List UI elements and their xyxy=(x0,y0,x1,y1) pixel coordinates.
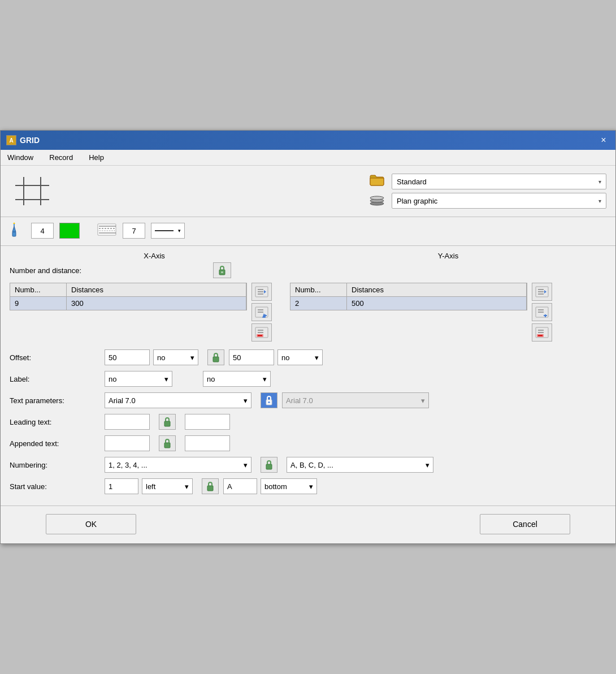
numbering-x-select[interactable]: 1, 2, 3, 4, ... ▾ xyxy=(105,457,251,473)
menu-window[interactable]: Window xyxy=(5,152,36,163)
x-col-number-header: Numb... xyxy=(10,283,67,296)
x-row-distance: 300 xyxy=(67,297,246,310)
offset-x-input[interactable] xyxy=(105,349,150,365)
layer-dropdown[interactable]: Plan graphic ▾ xyxy=(392,193,606,209)
label-y-select[interactable]: no ▾ xyxy=(203,371,271,387)
start-value-y-position: bottom xyxy=(264,482,287,491)
label-row: Label: no ▾ no ▾ xyxy=(10,371,606,387)
text-params-y-value: Arial 7.0 xyxy=(286,396,313,405)
y-table-row[interactable]: 2 500 xyxy=(290,297,527,310)
offset-y-select[interactable]: no ▾ xyxy=(277,349,323,365)
offset-y-input[interactable] xyxy=(229,349,274,365)
y-import-button[interactable] xyxy=(532,283,552,301)
layer-row: Plan graphic ▾ xyxy=(369,193,606,209)
label-x-value: no xyxy=(109,375,116,383)
number-distance-row: Number and distance: xyxy=(10,262,606,278)
numbering-y-value: A, B, C, D, ... xyxy=(290,461,333,469)
text-params-x-select[interactable]: Arial 7.0 ▾ xyxy=(105,392,251,408)
leading-text-x-input[interactable] xyxy=(105,414,150,430)
svg-rect-51 xyxy=(268,401,270,403)
start-value-lock-button[interactable] xyxy=(202,478,219,494)
appended-text-y-input[interactable] xyxy=(185,435,230,451)
main-window: A GRID × Window Record Help xyxy=(0,130,616,544)
svg-rect-49 xyxy=(213,357,219,362)
x-add-row-button[interactable] xyxy=(251,303,272,321)
main-content: X-Axis Y-Axis Number and distance: Numb.… xyxy=(1,246,615,500)
label-x-group: no ▾ xyxy=(105,371,172,387)
svg-rect-7 xyxy=(12,232,16,236)
x-import-button[interactable] xyxy=(251,283,272,301)
offset-x-select[interactable]: no ▾ xyxy=(153,349,198,365)
leading-text-label: Leading text: xyxy=(10,418,100,426)
pen-color-swatch[interactable] xyxy=(59,223,80,239)
start-value-x-group: left ▾ xyxy=(105,478,193,494)
title-bar: A GRID × xyxy=(1,131,615,150)
menu-help[interactable]: Help xyxy=(86,152,106,163)
menu-record[interactable]: Record xyxy=(47,152,75,163)
toolbar-dropdowns: Standard ▾ Plan graphic ▾ xyxy=(369,174,606,209)
template-dropdown[interactable]: Standard ▾ xyxy=(392,174,606,189)
svg-rect-53 xyxy=(164,443,170,448)
offset-lock-button[interactable] xyxy=(207,349,224,365)
y-col-distances-header: Distances xyxy=(347,283,527,296)
start-value-x-input[interactable] xyxy=(105,478,138,494)
text-params-x-value: Arial 7.0 xyxy=(109,396,136,405)
offset-y-group: no ▾ xyxy=(229,349,323,365)
line-weight-number-box[interactable]: 7 xyxy=(123,223,145,239)
y-row-number: 2 xyxy=(290,297,347,310)
pen-number-box[interactable]: 4 xyxy=(31,223,54,239)
offset-y-value: no xyxy=(281,353,289,362)
y-add-row-button[interactable] xyxy=(532,303,552,321)
text-params-lock-button[interactable] xyxy=(261,392,277,408)
grid-preview-icon xyxy=(10,171,55,211)
ok-button[interactable]: OK xyxy=(46,514,136,534)
nd-lock-button[interactable] xyxy=(213,262,231,278)
offset-label: Offset: xyxy=(10,353,100,362)
start-value-y-position-select[interactable]: bottom ▾ xyxy=(261,478,317,494)
y-delete-row-button[interactable] xyxy=(532,323,552,342)
x-table-row[interactable]: 9 300 xyxy=(10,297,246,310)
label-x-select[interactable]: no ▾ xyxy=(105,371,172,387)
line-weight-number: 7 xyxy=(132,227,136,235)
text-parameters-row: Text parameters: Arial 7.0 ▾ xyxy=(10,392,606,408)
leading-text-lock-button[interactable] xyxy=(159,414,176,430)
text-params-label: Text parameters: xyxy=(10,396,100,405)
layers-icon xyxy=(369,193,385,208)
appended-text-lock-button[interactable] xyxy=(159,435,176,451)
line-style-dropdown[interactable]: ▾ xyxy=(151,223,185,239)
leading-text-y-input[interactable] xyxy=(185,414,230,430)
svg-rect-55 xyxy=(207,486,213,491)
pen-number: 4 xyxy=(40,227,44,235)
y-table-header: Numb... Distances xyxy=(290,283,527,297)
layer-dropdown-value: Plan graphic xyxy=(397,197,437,205)
appended-text-x-input[interactable] xyxy=(105,435,150,451)
svg-rect-52 xyxy=(164,421,170,426)
x-row-number: 9 xyxy=(10,297,67,310)
line-pattern-icon xyxy=(97,222,117,240)
y-table-buttons xyxy=(532,283,552,342)
numbering-x-value: 1, 2, 3, 4, ... xyxy=(109,461,148,469)
y-row-distance: 500 xyxy=(347,297,527,310)
template-row: Standard ▾ xyxy=(369,174,606,189)
start-value-y-input[interactable] xyxy=(223,478,257,494)
svg-marker-10 xyxy=(13,222,15,224)
template-dropdown-arrow: ▾ xyxy=(598,179,601,185)
close-button[interactable]: × xyxy=(597,134,610,146)
text-params-x-group: Arial 7.0 ▾ xyxy=(105,392,251,408)
text-params-y-select[interactable]: Arial 7.0 ▾ xyxy=(282,392,429,408)
appended-text-row: Appended text: xyxy=(10,435,606,451)
numbering-y-select[interactable]: A, B, C, D, ... ▾ xyxy=(287,457,433,473)
label-y-value: no xyxy=(207,375,215,383)
offset-row: Offset: no ▾ no xyxy=(10,349,606,365)
x-table: Numb... Distances 9 300 xyxy=(10,283,247,310)
svg-rect-54 xyxy=(266,464,272,469)
start-value-x-position-select[interactable]: left ▾ xyxy=(142,478,193,494)
toolbar: Standard ▾ Plan graphic ▾ xyxy=(1,166,615,217)
cancel-button[interactable]: Cancel xyxy=(480,514,570,534)
numbering-lock-button[interactable] xyxy=(261,457,277,473)
appended-text-label: Appended text: xyxy=(10,439,100,448)
menu-bar: Window Record Help xyxy=(1,150,615,166)
folder-icon xyxy=(369,174,385,189)
x-delete-row-button[interactable] xyxy=(251,323,272,342)
y-col-number-header: Numb... xyxy=(290,283,347,296)
